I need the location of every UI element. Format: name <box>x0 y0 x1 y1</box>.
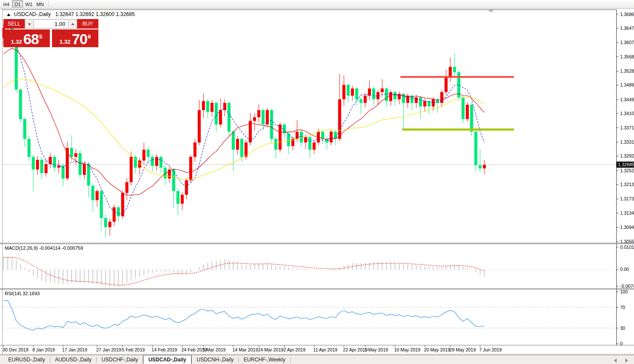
candle <box>219 110 222 124</box>
volume-increase-button[interactable] <box>68 19 77 29</box>
price-axis-label: 1.30550 <box>620 239 634 244</box>
chart-tab[interactable]: EURCHF-,Weekly <box>239 356 290 364</box>
tab-separator <box>290 357 291 363</box>
chart-ohlc-quote: 1.32647 1.32692 1.32600 1.32685 <box>55 11 135 17</box>
candle <box>138 161 141 168</box>
candle <box>440 92 443 103</box>
candle <box>470 105 473 132</box>
timeframe-button-d1[interactable]: D1 <box>12 0 23 7</box>
candle <box>406 96 409 103</box>
price-axis-label: 1.36070 <box>620 40 634 45</box>
date-axis-label: 14 Feb 2019 <box>152 347 177 352</box>
buy-price-prefix: 1.32 <box>59 39 70 45</box>
candle <box>393 92 397 100</box>
price-axis-label: 1.36470 <box>620 26 634 31</box>
one-click-trading-panel: SELL BUY 1.32 68 5 1.32 70 6 <box>3 19 98 47</box>
candle <box>181 195 184 204</box>
date-axis-label: 29 May 2019 <box>449 347 476 352</box>
candle <box>325 139 328 142</box>
sell-price-box[interactable]: 1.32 68 5 <box>3 29 50 47</box>
macd-axis-label: 0.00 <box>620 267 629 272</box>
candle <box>249 121 252 142</box>
candle <box>228 103 231 132</box>
sell-price-main: 68 <box>23 33 39 45</box>
collapse-chart-panel-icon[interactable] <box>488 10 494 13</box>
candle <box>279 125 282 150</box>
price-axis-label: 1.35280 <box>620 68 634 74</box>
current-price-tag-label: 1.32685 <box>618 162 634 167</box>
chart-tabs-bar: EURUSD-,DailyAUDUSD-,DailyUSDCHF-,DailyU… <box>0 355 634 364</box>
candle <box>368 88 371 96</box>
chart-tabs: EURUSD-,DailyAUDUSD-,DailyUSDCHF-,DailyU… <box>3 355 291 364</box>
candle <box>483 165 486 168</box>
sell-button[interactable]: SELL <box>3 19 25 29</box>
candle <box>419 97 422 106</box>
price-axis-label: 1.33310 <box>620 139 634 145</box>
candle <box>300 132 303 142</box>
date-axis-label: 24 Mar 2019 <box>258 347 283 352</box>
timeframe-button-h4[interactable]: H4 <box>1 0 12 7</box>
candle <box>385 88 388 101</box>
candle <box>453 67 456 72</box>
timeframe-button-mn[interactable]: MN <box>35 0 46 7</box>
candle <box>57 165 60 168</box>
candle <box>432 99 435 106</box>
trading-terminal: 1.368601.364701.360701.356801.352801.348… <box>0 0 634 364</box>
candle <box>240 139 243 157</box>
price-axis-label: 1.31730 <box>620 196 634 201</box>
candle <box>270 110 273 139</box>
candle <box>19 90 22 119</box>
timeframe-button-w1[interactable]: W1 <box>23 0 34 7</box>
volume-decrease-button[interactable] <box>25 19 34 29</box>
candle <box>347 85 350 96</box>
candle <box>232 132 235 150</box>
candle <box>321 132 324 139</box>
date-axis-label: 1 May 2019 <box>364 347 388 352</box>
rsi-axis-label: 70 <box>620 305 625 310</box>
candle <box>296 132 299 139</box>
sell-price-pip: 5 <box>39 34 42 39</box>
candle <box>198 110 201 142</box>
date-axis-label: 5 Mar 2019 <box>203 347 226 352</box>
candle <box>189 157 192 180</box>
date-axis-label: 17 Jan 2019 <box>62 347 87 352</box>
candle <box>236 139 239 150</box>
candle <box>262 110 265 124</box>
tab-scroll-right-button[interactable] <box>625 358 628 363</box>
candle <box>253 117 256 121</box>
candle <box>32 157 35 169</box>
chart-tab[interactable]: USDCNH-,Daily <box>192 356 238 364</box>
candle <box>415 97 418 103</box>
price-axis-label: 1.30940 <box>620 225 634 230</box>
candle <box>159 157 163 168</box>
chart-symbol-period: USDCAD-,Daily <box>14 11 51 17</box>
candle <box>23 119 26 139</box>
date-axis-label: 14 Mar 2019 <box>232 347 258 352</box>
chart-canvas: 1.368601.364701.360701.356801.352801.348… <box>0 0 634 364</box>
price-axis-label: 1.32920 <box>620 153 634 158</box>
chart-tab[interactable]: EURUSD-,Daily <box>3 356 50 364</box>
candle <box>74 153 77 157</box>
candle <box>462 97 465 119</box>
chart-tab[interactable]: USDCAD-,Daily <box>143 355 191 364</box>
buy-price-box[interactable]: 1.32 70 6 <box>52 29 98 47</box>
candle <box>351 88 354 96</box>
ma-medium-line <box>3 48 484 195</box>
date-axis-label: 5 Feb 2019 <box>122 347 145 352</box>
tab-scroll-left-button[interactable] <box>614 358 617 363</box>
candle <box>364 96 367 103</box>
candle <box>478 165 481 168</box>
price-axis-label: 1.32130 <box>620 182 634 187</box>
chart-tab[interactable]: USDCHF-,Daily <box>97 356 143 364</box>
candle <box>475 132 478 165</box>
one-click-trading-toggle-icon[interactable] <box>7 13 10 16</box>
buy-button[interactable]: BUY <box>77 19 98 29</box>
candle <box>309 137 312 150</box>
candle <box>155 157 158 166</box>
candle <box>125 182 128 193</box>
chart-tab[interactable]: AUDUSD-,Daily <box>50 356 97 364</box>
date-axis-label: 8 Jan 2019 <box>33 347 55 352</box>
volume-input[interactable] <box>34 19 68 29</box>
candle <box>202 101 205 110</box>
macd-indicator-label: MACD(12,26,9) -0.004114 -0.000759 <box>5 245 83 251</box>
